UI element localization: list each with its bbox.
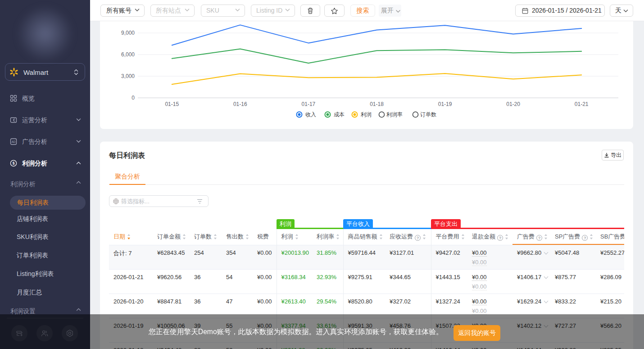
svg-text:01-18: 01-18 (370, 101, 384, 107)
svg-text:01-15: 01-15 (165, 101, 179, 107)
svg-text:订单数: 订单数 (420, 111, 436, 118)
svg-text:0: 0 (132, 95, 135, 101)
svg-text:3,000: 3,000 (121, 73, 135, 79)
svg-text:01-16: 01-16 (233, 101, 247, 107)
svg-text:01-20: 01-20 (506, 101, 520, 107)
svg-text:利润率: 利润率 (386, 111, 403, 118)
svg-text:利润: 利润 (360, 111, 372, 118)
svg-text:$: $ (13, 161, 15, 165)
svg-text:01-19: 01-19 (438, 101, 452, 107)
svg-text:9,000: 9,000 (121, 30, 135, 36)
svg-text:6,000: 6,000 (121, 51, 135, 58)
svg-text:01-21: 01-21 (575, 101, 589, 107)
svg-text:收入: 收入 (305, 111, 316, 118)
svg-text:成本: 成本 (334, 111, 345, 118)
svg-text:01-17: 01-17 (302, 101, 316, 107)
svg-text:AD: AD (11, 140, 15, 143)
